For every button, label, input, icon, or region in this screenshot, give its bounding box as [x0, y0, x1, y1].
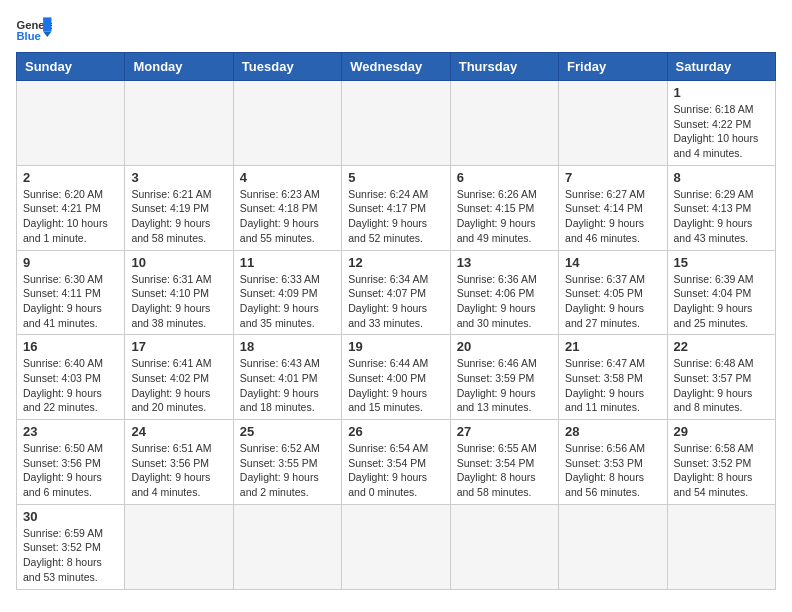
day-info: Sunrise: 6:48 AM Sunset: 3:57 PM Dayligh… — [674, 356, 769, 415]
day-cell: 8Sunrise: 6:29 AM Sunset: 4:13 PM Daylig… — [667, 165, 775, 250]
day-number: 20 — [457, 339, 552, 354]
week-row-4: 16Sunrise: 6:40 AM Sunset: 4:03 PM Dayli… — [17, 335, 776, 420]
day-cell: 2Sunrise: 6:20 AM Sunset: 4:21 PM Daylig… — [17, 165, 125, 250]
day-number: 11 — [240, 255, 335, 270]
day-cell — [342, 81, 450, 166]
day-number: 24 — [131, 424, 226, 439]
day-cell: 6Sunrise: 6:26 AM Sunset: 4:15 PM Daylig… — [450, 165, 558, 250]
day-number: 28 — [565, 424, 660, 439]
day-info: Sunrise: 6:54 AM Sunset: 3:54 PM Dayligh… — [348, 441, 443, 500]
day-cell: 7Sunrise: 6:27 AM Sunset: 4:14 PM Daylig… — [559, 165, 667, 250]
day-number: 19 — [348, 339, 443, 354]
day-cell: 30Sunrise: 6:59 AM Sunset: 3:52 PM Dayli… — [17, 504, 125, 589]
day-cell: 12Sunrise: 6:34 AM Sunset: 4:07 PM Dayli… — [342, 250, 450, 335]
week-row-6: 30Sunrise: 6:59 AM Sunset: 3:52 PM Dayli… — [17, 504, 776, 589]
day-cell: 5Sunrise: 6:24 AM Sunset: 4:17 PM Daylig… — [342, 165, 450, 250]
day-cell — [342, 504, 450, 589]
day-info: Sunrise: 6:50 AM Sunset: 3:56 PM Dayligh… — [23, 441, 118, 500]
week-row-1: 1Sunrise: 6:18 AM Sunset: 4:22 PM Daylig… — [17, 81, 776, 166]
svg-text:Blue: Blue — [17, 30, 41, 42]
day-header-thursday: Thursday — [450, 53, 558, 81]
day-cell — [125, 504, 233, 589]
calendar: SundayMondayTuesdayWednesdayThursdayFrid… — [16, 52, 776, 590]
day-info: Sunrise: 6:20 AM Sunset: 4:21 PM Dayligh… — [23, 187, 118, 246]
day-info: Sunrise: 6:39 AM Sunset: 4:04 PM Dayligh… — [674, 272, 769, 331]
day-number: 2 — [23, 170, 118, 185]
day-cell: 14Sunrise: 6:37 AM Sunset: 4:05 PM Dayli… — [559, 250, 667, 335]
day-cell — [450, 81, 558, 166]
day-info: Sunrise: 6:26 AM Sunset: 4:15 PM Dayligh… — [457, 187, 552, 246]
day-info: Sunrise: 6:46 AM Sunset: 3:59 PM Dayligh… — [457, 356, 552, 415]
day-cell: 29Sunrise: 6:58 AM Sunset: 3:52 PM Dayli… — [667, 420, 775, 505]
day-number: 10 — [131, 255, 226, 270]
day-header-tuesday: Tuesday — [233, 53, 341, 81]
day-header-saturday: Saturday — [667, 53, 775, 81]
week-row-2: 2Sunrise: 6:20 AM Sunset: 4:21 PM Daylig… — [17, 165, 776, 250]
week-row-3: 9Sunrise: 6:30 AM Sunset: 4:11 PM Daylig… — [17, 250, 776, 335]
day-cell: 23Sunrise: 6:50 AM Sunset: 3:56 PM Dayli… — [17, 420, 125, 505]
day-cell: 13Sunrise: 6:36 AM Sunset: 4:06 PM Dayli… — [450, 250, 558, 335]
svg-marker-2 — [43, 17, 51, 31]
day-number: 30 — [23, 509, 118, 524]
day-info: Sunrise: 6:37 AM Sunset: 4:05 PM Dayligh… — [565, 272, 660, 331]
day-cell: 22Sunrise: 6:48 AM Sunset: 3:57 PM Dayli… — [667, 335, 775, 420]
day-cell — [233, 81, 341, 166]
day-number: 7 — [565, 170, 660, 185]
header: General Blue — [16, 16, 776, 44]
day-cell: 21Sunrise: 6:47 AM Sunset: 3:58 PM Dayli… — [559, 335, 667, 420]
day-header-monday: Monday — [125, 53, 233, 81]
day-info: Sunrise: 6:41 AM Sunset: 4:02 PM Dayligh… — [131, 356, 226, 415]
day-cell: 10Sunrise: 6:31 AM Sunset: 4:10 PM Dayli… — [125, 250, 233, 335]
day-number: 6 — [457, 170, 552, 185]
day-number: 27 — [457, 424, 552, 439]
day-cell — [17, 81, 125, 166]
day-header-sunday: Sunday — [17, 53, 125, 81]
day-number: 12 — [348, 255, 443, 270]
day-info: Sunrise: 6:43 AM Sunset: 4:01 PM Dayligh… — [240, 356, 335, 415]
day-info: Sunrise: 6:40 AM Sunset: 4:03 PM Dayligh… — [23, 356, 118, 415]
header-row: SundayMondayTuesdayWednesdayThursdayFrid… — [17, 53, 776, 81]
day-info: Sunrise: 6:27 AM Sunset: 4:14 PM Dayligh… — [565, 187, 660, 246]
day-cell — [450, 504, 558, 589]
day-cell: 1Sunrise: 6:18 AM Sunset: 4:22 PM Daylig… — [667, 81, 775, 166]
day-cell: 19Sunrise: 6:44 AM Sunset: 4:00 PM Dayli… — [342, 335, 450, 420]
day-number: 13 — [457, 255, 552, 270]
day-number: 23 — [23, 424, 118, 439]
day-cell: 28Sunrise: 6:56 AM Sunset: 3:53 PM Dayli… — [559, 420, 667, 505]
day-header-friday: Friday — [559, 53, 667, 81]
day-cell: 4Sunrise: 6:23 AM Sunset: 4:18 PM Daylig… — [233, 165, 341, 250]
day-cell: 24Sunrise: 6:51 AM Sunset: 3:56 PM Dayli… — [125, 420, 233, 505]
day-header-wednesday: Wednesday — [342, 53, 450, 81]
day-number: 29 — [674, 424, 769, 439]
day-number: 16 — [23, 339, 118, 354]
day-number: 3 — [131, 170, 226, 185]
day-cell — [667, 504, 775, 589]
day-info: Sunrise: 6:33 AM Sunset: 4:09 PM Dayligh… — [240, 272, 335, 331]
day-number: 26 — [348, 424, 443, 439]
day-info: Sunrise: 6:34 AM Sunset: 4:07 PM Dayligh… — [348, 272, 443, 331]
day-number: 14 — [565, 255, 660, 270]
day-cell: 3Sunrise: 6:21 AM Sunset: 4:19 PM Daylig… — [125, 165, 233, 250]
day-info: Sunrise: 6:59 AM Sunset: 3:52 PM Dayligh… — [23, 526, 118, 585]
day-info: Sunrise: 6:55 AM Sunset: 3:54 PM Dayligh… — [457, 441, 552, 500]
day-info: Sunrise: 6:29 AM Sunset: 4:13 PM Dayligh… — [674, 187, 769, 246]
day-info: Sunrise: 6:31 AM Sunset: 4:10 PM Dayligh… — [131, 272, 226, 331]
day-number: 21 — [565, 339, 660, 354]
day-info: Sunrise: 6:24 AM Sunset: 4:17 PM Dayligh… — [348, 187, 443, 246]
day-info: Sunrise: 6:30 AM Sunset: 4:11 PM Dayligh… — [23, 272, 118, 331]
day-cell: 17Sunrise: 6:41 AM Sunset: 4:02 PM Dayli… — [125, 335, 233, 420]
day-cell: 11Sunrise: 6:33 AM Sunset: 4:09 PM Dayli… — [233, 250, 341, 335]
day-number: 9 — [23, 255, 118, 270]
day-number: 5 — [348, 170, 443, 185]
day-cell: 9Sunrise: 6:30 AM Sunset: 4:11 PM Daylig… — [17, 250, 125, 335]
day-cell: 20Sunrise: 6:46 AM Sunset: 3:59 PM Dayli… — [450, 335, 558, 420]
svg-marker-3 — [43, 31, 51, 37]
logo-icon: General Blue — [16, 16, 52, 44]
day-cell — [559, 81, 667, 166]
day-number: 8 — [674, 170, 769, 185]
day-cell — [559, 504, 667, 589]
day-info: Sunrise: 6:52 AM Sunset: 3:55 PM Dayligh… — [240, 441, 335, 500]
day-info: Sunrise: 6:23 AM Sunset: 4:18 PM Dayligh… — [240, 187, 335, 246]
day-cell: 27Sunrise: 6:55 AM Sunset: 3:54 PM Dayli… — [450, 420, 558, 505]
day-cell: 26Sunrise: 6:54 AM Sunset: 3:54 PM Dayli… — [342, 420, 450, 505]
